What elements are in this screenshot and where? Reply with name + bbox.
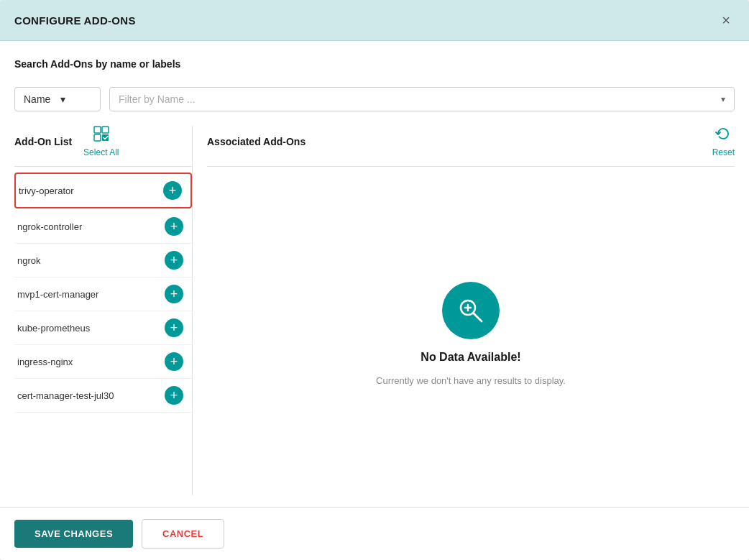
associated-panel: Associated Add-Ons Reset — [193, 126, 735, 495]
addon-list-panel: Add-On List Select All — [14, 126, 193, 495]
modal-title: CONFIGURE ADD-ONS — [14, 14, 136, 27]
add-addon-button[interactable]: + — [165, 285, 183, 303]
addon-list-header: Add-On List Select All — [14, 126, 192, 167]
close-button[interactable]: × — [717, 12, 735, 29]
no-data-title: No Data Available! — [421, 351, 520, 364]
addon-list-item: trivy-operator+ — [14, 173, 192, 208]
add-addon-button[interactable]: + — [165, 217, 183, 236]
no-data-subtitle: Currently we don't have any results to d… — [376, 375, 566, 386]
add-addon-button[interactable]: + — [165, 251, 183, 270]
no-data-icon — [442, 282, 500, 339]
configure-addons-modal: CONFIGURE ADD-ONS × Search Add-Ons by na… — [0, 0, 749, 560]
addon-item-name: ingress-nginx — [17, 357, 73, 367]
svg-rect-2 — [94, 134, 101, 141]
addon-item-name: trivy-operator — [19, 185, 74, 196]
addon-item-name: ngrok-controller — [17, 221, 82, 232]
addon-items: trivy-operator+ngrok-controller+ngrok+mv… — [14, 173, 192, 413]
add-addon-button[interactable]: + — [165, 318, 183, 337]
select-all-button[interactable]: Select All — [83, 126, 119, 157]
addon-item-name: mvp1-cert-manager — [17, 289, 98, 300]
addon-list-title: Add-On List — [14, 136, 72, 147]
addon-list-item: ngrok+ — [14, 244, 192, 277]
add-addon-button[interactable]: + — [163, 181, 182, 200]
filter-input-wrapper: ▾ — [109, 87, 735, 111]
cancel-button[interactable]: CANCEL — [142, 519, 224, 548]
select-all-icon — [93, 126, 109, 146]
reset-icon — [715, 126, 731, 146]
modal-footer: SAVE CHANGES CANCEL — [0, 507, 749, 560]
addon-item-name: kube-prometheus — [17, 323, 90, 334]
addon-list-item: mvp1-cert-manager+ — [14, 277, 192, 311]
associated-title: Associated Add-Ons — [207, 136, 305, 147]
add-addon-button[interactable]: + — [165, 386, 183, 405]
name-dropdown-value: Name — [24, 93, 55, 105]
reset-button[interactable]: Reset — [712, 126, 735, 157]
no-data-area: No Data Available! Currently we don't ha… — [207, 173, 735, 495]
filter-input[interactable] — [119, 93, 721, 105]
select-all-label: Select All — [83, 147, 119, 157]
search-row: Name ▾ ▾ — [14, 87, 735, 111]
search-label: Search Add-Ons by name or labels — [14, 58, 735, 70]
save-changes-button[interactable]: SAVE CHANGES — [14, 520, 133, 548]
chevron-down-icon: ▾ — [60, 93, 91, 105]
content-area: Add-On List Select All — [14, 126, 735, 495]
addon-item-name: ngrok — [17, 255, 41, 266]
addon-item-name: cert-manager-test-jul30 — [17, 390, 114, 401]
filter-chevron-icon: ▾ — [721, 94, 725, 104]
add-addon-button[interactable]: + — [165, 352, 183, 371]
associated-header: Associated Add-Ons Reset — [207, 126, 735, 167]
reset-label: Reset — [712, 147, 735, 157]
modal-body: Search Add-Ons by name or labels Name ▾ … — [0, 41, 749, 507]
addon-list-item: ngrok-controller+ — [14, 210, 192, 244]
addon-list-item: ingress-nginx+ — [14, 345, 192, 379]
svg-rect-0 — [94, 127, 101, 133]
addon-list-item: kube-prometheus+ — [14, 311, 192, 345]
modal-header: CONFIGURE ADD-ONS × — [0, 0, 749, 41]
svg-rect-1 — [102, 127, 109, 133]
name-dropdown[interactable]: Name ▾ — [14, 87, 101, 111]
addon-list-item: cert-manager-test-jul30+ — [14, 379, 192, 413]
svg-line-5 — [474, 313, 482, 322]
